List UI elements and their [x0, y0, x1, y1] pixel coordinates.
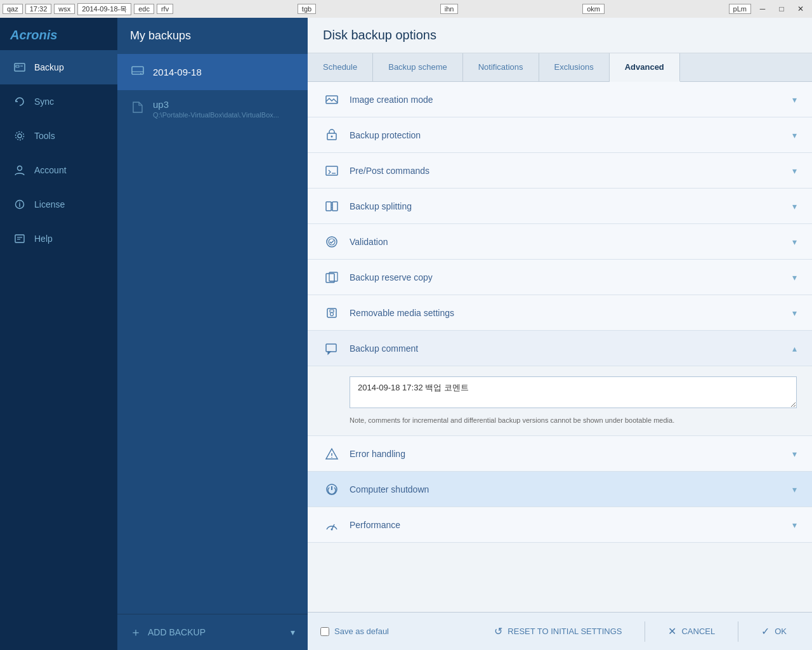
close-button[interactable]: ✕: [792, 3, 809, 15]
svg-point-8: [19, 202, 20, 203]
chevron-down-icon: ▾: [792, 237, 797, 247]
row-computer-shutdown[interactable]: Computer shutdown ▾: [308, 472, 812, 507]
footer-divider: [645, 621, 645, 642]
pre-post-icon: [323, 162, 341, 180]
chevron-down-icon: ▾: [792, 166, 797, 176]
sidebar-item-help[interactable]: Help: [0, 222, 117, 256]
sidebar-label-account: Account: [34, 165, 67, 175]
svg-point-28: [331, 312, 334, 315]
license-icon: [13, 197, 27, 211]
tabs-bar: Schedule Backup scheme Notifications Exc…: [308, 53, 812, 82]
sidebar-item-license[interactable]: License: [0, 187, 117, 222]
row-label-validation: Validation: [350, 237, 792, 247]
sidebar-label-license: License: [34, 199, 65, 209]
add-backup-label: ADD BACKUP: [148, 627, 206, 637]
svg-point-33: [331, 457, 332, 458]
row-validation[interactable]: Validation ▾: [308, 224, 812, 260]
account-icon: [13, 163, 27, 177]
row-label-backup-protection: Backup protection: [350, 130, 792, 140]
tab-backup-scheme[interactable]: Backup scheme: [373, 53, 463, 81]
backup-comment-note: Note, comments for incremental and diffe…: [350, 416, 797, 425]
tag-edc: edc: [134, 4, 154, 14]
row-removable-media-settings[interactable]: Removable media settings ▾: [308, 295, 812, 331]
sidebar-item-tools[interactable]: Tools: [0, 119, 117, 153]
removable-media-icon: [323, 304, 341, 322]
sidebar-item-backup[interactable]: Backup: [0, 50, 117, 84]
svg-marker-31: [328, 352, 331, 354]
backup-name-1: 2014-09-18: [153, 67, 202, 77]
sidebar-label-help: Help: [34, 234, 53, 244]
svg-rect-1: [16, 65, 19, 67]
tag-date: 2014-09-18-목: [77, 3, 131, 15]
row-backup-protection[interactable]: Backup protection ▾: [308, 117, 812, 153]
ok-button[interactable]: ✓ OK: [749, 620, 799, 642]
tools-icon: [13, 129, 27, 143]
backup-comment-expanded: Note, comments for incremental and diffe…: [308, 366, 812, 436]
svg-rect-9: [15, 235, 24, 242]
sidebar-item-sync[interactable]: Sync: [0, 84, 117, 119]
cancel-button[interactable]: ✕ CANCEL: [655, 620, 728, 642]
chevron-down-icon: ▾: [792, 484, 797, 494]
backup-comment-textarea[interactable]: [350, 376, 797, 408]
chevron-down-icon: ▾: [792, 520, 797, 530]
row-image-creation-mode[interactable]: Image creation mode ▾: [308, 82, 812, 117]
backup-item-2014[interactable]: 2014-09-18: [117, 54, 308, 90]
minimize-button[interactable]: ─: [754, 3, 771, 15]
error-handling-icon: [323, 445, 341, 463]
logo-text: Acronis: [10, 28, 57, 43]
svg-point-5: [18, 166, 22, 171]
row-backup-reserve-copy[interactable]: Backup reserve copy ▾: [308, 260, 812, 295]
backup-path-2: Q:\Portable-VirtualBox\data\.VirtualBox.…: [153, 111, 279, 119]
backup-protection-icon: [323, 126, 341, 144]
save-default-checkbox-group: Save as defaul: [320, 627, 389, 636]
image-creation-icon: [323, 91, 341, 109]
cancel-label: CANCEL: [681, 627, 715, 636]
backup-reserve-icon: [323, 269, 341, 286]
row-label-image-creation-mode: Image creation mode: [350, 95, 792, 105]
footer-divider-2: [738, 621, 738, 642]
row-pre-post-commands[interactable]: Pre/Post commands ▾: [308, 153, 812, 189]
sidebar-nav: Backup Sync Tools: [0, 50, 117, 650]
options-panel: Disk backup options Schedule Backup sche…: [308, 18, 812, 650]
row-label-pre-post-commands: Pre/Post commands: [350, 166, 792, 176]
ok-label: OK: [775, 627, 787, 636]
options-title: Disk backup options: [323, 28, 436, 42]
tag-ihn: ihn: [440, 4, 459, 14]
sidebar-label-backup: Backup: [34, 62, 64, 72]
backup-item-up3[interactable]: up3 Q:\Portable-VirtualBox\data\.Virtual…: [117, 90, 308, 128]
tab-exclusions[interactable]: Exclusions: [539, 53, 610, 81]
row-performance[interactable]: Performance ▾: [308, 507, 812, 543]
chevron-down-icon: ▾: [792, 95, 797, 105]
tag-plm: pLm: [729, 4, 751, 14]
reset-button[interactable]: ↺ RESET TO INITIAL SETTINGS: [481, 620, 634, 642]
svg-point-17: [331, 135, 333, 137]
tab-advanced[interactable]: Advanced: [610, 53, 680, 82]
add-backup-button[interactable]: ＋ ADD BACKUP ▾: [117, 614, 308, 650]
chevron-down-icon: ▾: [792, 449, 797, 459]
backup-file-icon: [130, 100, 145, 118]
backups-title: My backups: [130, 29, 191, 42]
tab-schedule[interactable]: Schedule: [308, 53, 373, 81]
svg-point-4: [16, 132, 24, 140]
svg-rect-20: [326, 202, 331, 211]
tag-wsx: wsx: [54, 4, 75, 14]
row-backup-splitting[interactable]: Backup splitting ▾: [308, 189, 812, 224]
backup-name-2: up3: [153, 99, 279, 110]
save-default-label[interactable]: Save as defaul: [334, 627, 389, 636]
tab-notifications[interactable]: Notifications: [463, 53, 539, 81]
sidebar-item-account[interactable]: Account: [0, 153, 117, 187]
sidebar: Acronis Backup: [0, 18, 117, 650]
tag-okm: okm: [582, 4, 605, 14]
row-backup-comment[interactable]: Backup comment ▴: [308, 331, 812, 366]
row-label-performance: Performance: [350, 520, 792, 530]
validation-icon: [323, 233, 341, 251]
maximize-button[interactable]: □: [773, 3, 790, 15]
tag-qaz: qaz: [3, 4, 23, 14]
options-content: Image creation mode ▾ Backup protection …: [308, 82, 812, 612]
ok-icon: ✓: [761, 625, 769, 637]
row-error-handling[interactable]: Error handling ▾: [308, 436, 812, 472]
save-default-checkbox[interactable]: [320, 627, 329, 636]
reset-icon: ↺: [494, 625, 502, 637]
tag-time: 17:32: [25, 4, 52, 14]
chevron-down-icon: ▾: [792, 308, 797, 318]
